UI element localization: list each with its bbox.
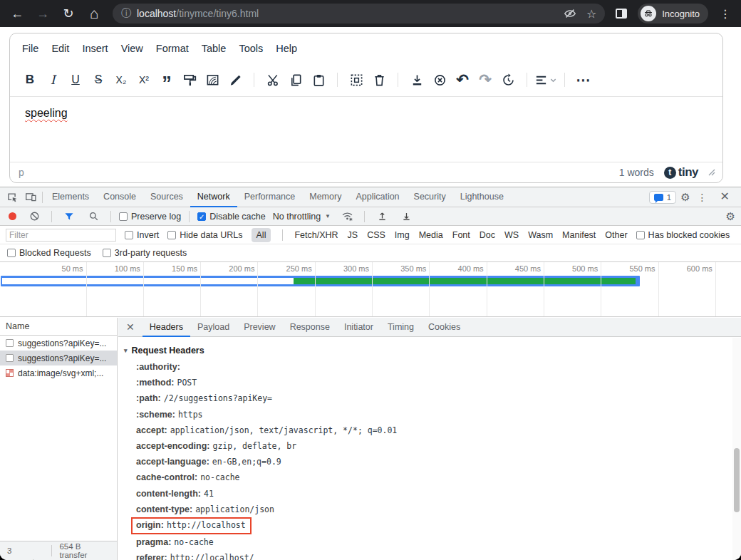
- back-icon[interactable]: ←: [6, 2, 28, 25]
- filter-type-img[interactable]: Img: [395, 230, 410, 240]
- home-icon[interactable]: ⌂: [83, 2, 105, 25]
- menu-tools[interactable]: Tools: [232, 39, 269, 58]
- detail-tab-headers[interactable]: Headers: [142, 318, 190, 337]
- cut-button[interactable]: [261, 69, 284, 90]
- eye-slash-icon[interactable]: [564, 7, 576, 20]
- network-conditions-icon[interactable]: [338, 207, 356, 226]
- invert-checkbox[interactable]: Invert: [125, 230, 159, 240]
- network-settings-icon[interactable]: ⚙: [726, 210, 735, 223]
- reload-icon[interactable]: ↻: [57, 2, 80, 25]
- select-all-button[interactable]: [345, 69, 368, 90]
- blocked-requests-checkbox[interactable]: Blocked Requests: [7, 248, 91, 258]
- word-count[interactable]: 1 words: [619, 167, 654, 178]
- more-button[interactable]: ⋯: [572, 69, 595, 90]
- menu-insert[interactable]: Insert: [76, 39, 114, 58]
- filter-type-css[interactable]: CSS: [367, 230, 385, 240]
- menu-format[interactable]: Format: [150, 39, 195, 58]
- import-har-icon[interactable]: [373, 207, 391, 226]
- tab-network[interactable]: Network: [190, 187, 237, 207]
- detail-tab-response[interactable]: Response: [283, 318, 337, 337]
- detail-close-icon[interactable]: ✕: [118, 321, 142, 333]
- copy-button[interactable]: [284, 69, 307, 90]
- filter-type-fetchxhr[interactable]: Fetch/XHR: [294, 230, 338, 240]
- tab-memory[interactable]: Memory: [302, 187, 348, 207]
- preserve-log-checkbox[interactable]: Preserve log: [119, 212, 181, 222]
- filter-type-other[interactable]: Other: [605, 230, 627, 240]
- filter-input[interactable]: [6, 229, 116, 242]
- tab-performance[interactable]: Performance: [237, 187, 303, 207]
- name-column-header[interactable]: Name: [0, 318, 117, 336]
- third-party-requests-checkbox[interactable]: 3rd-party requests: [103, 248, 187, 258]
- align-left-button[interactable]: [534, 69, 557, 90]
- clear-icon[interactable]: [25, 207, 43, 226]
- misspelled-word[interactable]: speeling: [25, 107, 68, 119]
- export-har-icon[interactable]: [397, 207, 415, 226]
- resize-handle-icon[interactable]: [708, 169, 715, 176]
- forward-icon[interactable]: →: [31, 2, 54, 25]
- side-panel-icon[interactable]: [612, 4, 631, 23]
- export-button[interactable]: [405, 69, 428, 90]
- format-painter-button[interactable]: [178, 69, 201, 90]
- devtools-settings-icon[interactable]: ⚙: [680, 191, 690, 204]
- devtools-close-icon[interactable]: ✕: [715, 190, 735, 204]
- element-path[interactable]: p: [19, 167, 24, 178]
- redo-button[interactable]: ↷: [474, 69, 497, 90]
- tab-application[interactable]: Application: [348, 187, 406, 207]
- request-headers-section[interactable]: ▾ Request Headers: [124, 343, 732, 358]
- permanent-pen-button[interactable]: [224, 69, 247, 90]
- issues-badge[interactable]: 1: [649, 191, 676, 204]
- disclosure-triangle-icon[interactable]: ▾: [124, 347, 128, 354]
- search-icon[interactable]: [84, 207, 103, 226]
- detail-tab-payload[interactable]: Payload: [190, 318, 237, 337]
- cancel-button[interactable]: [428, 69, 451, 90]
- throttling-select[interactable]: No throttling▼: [271, 212, 332, 222]
- filter-type-all[interactable]: All: [252, 228, 271, 242]
- detail-tab-cookies[interactable]: Cookies: [421, 318, 467, 337]
- filter-type-ws[interactable]: WS: [504, 230, 519, 240]
- tab-sources[interactable]: Sources: [143, 187, 190, 207]
- detail-tab-timing[interactable]: Timing: [380, 318, 421, 337]
- strikethrough-button[interactable]: S: [87, 69, 110, 90]
- bold-button[interactable]: B: [19, 69, 41, 90]
- menu-view[interactable]: View: [115, 39, 150, 58]
- delete-button[interactable]: [368, 69, 390, 90]
- address-bar[interactable]: ⓘ localhost/tinymce/tiny6.html ☆: [113, 4, 605, 24]
- superscript-button[interactable]: X²: [133, 69, 155, 90]
- detail-tab-initiator[interactable]: Initiator: [337, 318, 380, 337]
- filter-type-doc[interactable]: Doc: [480, 230, 495, 240]
- blockquote-button[interactable]: ”: [155, 69, 178, 90]
- table-row[interactable]: data:image/svg+xml;...: [0, 365, 117, 380]
- hide-data-urls-checkbox[interactable]: Hide data URLs: [167, 230, 242, 240]
- filter-type-manifest[interactable]: Manifest: [562, 230, 596, 240]
- italic-button[interactable]: I: [41, 69, 64, 90]
- table-row[interactable]: suggestions?apiKey=...: [0, 336, 117, 351]
- menu-table[interactable]: Table: [195, 39, 233, 58]
- paste-button[interactable]: [307, 69, 330, 90]
- menu-help[interactable]: Help: [269, 39, 304, 58]
- inspect-element-icon[interactable]: [3, 188, 21, 207]
- device-toolbar-icon[interactable]: [21, 188, 40, 207]
- tab-console[interactable]: Console: [96, 187, 143, 207]
- network-overview-timeline[interactable]: 50 ms100 ms150 ms200 ms250 ms300 ms350 m…: [0, 262, 741, 317]
- bookmark-star-icon[interactable]: ☆: [586, 7, 596, 21]
- undo-button[interactable]: ↶: [451, 69, 474, 90]
- filter-type-js[interactable]: JS: [348, 230, 358, 240]
- detail-scrollbar[interactable]: [732, 338, 741, 560]
- detail-tab-preview[interactable]: Preview: [237, 318, 282, 337]
- menu-edit[interactable]: Edit: [45, 39, 76, 58]
- filter-type-font[interactable]: Font: [452, 230, 470, 240]
- tiny-logo[interactable]: t tiny: [664, 165, 698, 180]
- restore-draft-button[interactable]: [497, 69, 519, 90]
- subscript-button[interactable]: X₂: [110, 69, 133, 90]
- filter-type-wasm[interactable]: Wasm: [528, 230, 553, 240]
- page-info-icon[interactable]: ⓘ: [121, 7, 131, 20]
- tab-security[interactable]: Security: [407, 187, 453, 207]
- underline-button[interactable]: U: [64, 69, 87, 90]
- tab-lighthouse[interactable]: Lighthouse: [453, 187, 511, 207]
- has-blocked-cookies-checkbox[interactable]: Has blocked cookies: [636, 230, 730, 240]
- scrollbar-thumb[interactable]: [734, 448, 740, 512]
- devtools-menu-icon[interactable]: ⋮: [695, 192, 710, 203]
- record-icon[interactable]: [9, 212, 16, 220]
- tab-elements[interactable]: Elements: [45, 187, 96, 207]
- menu-file[interactable]: File: [16, 39, 45, 58]
